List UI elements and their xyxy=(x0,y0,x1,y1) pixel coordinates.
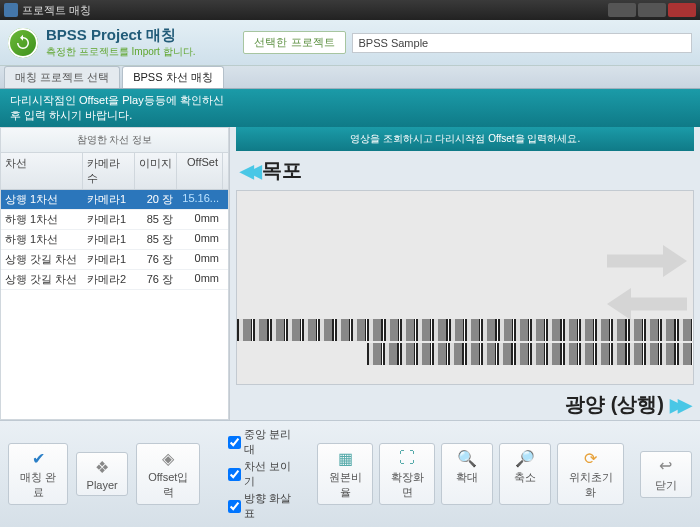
instruction-text: 다리시작점인 Offset을 Play등등에 확인하신후 입력 하시기 바랍니다… xyxy=(10,93,228,123)
exit-icon: ↩ xyxy=(656,456,676,476)
layers-icon: ❖ xyxy=(92,457,112,477)
table-row[interactable]: 하행 1차선 카메라1 85 장 0mm xyxy=(1,210,228,230)
close-footer-button[interactable]: ↩닫기 xyxy=(640,451,692,498)
col-lane[interactable]: 차선 xyxy=(1,153,83,189)
check-icon: ✔ xyxy=(28,448,48,468)
complete-button[interactable]: ✔ 매칭 완료 xyxy=(8,443,68,505)
table-row[interactable]: 하행 1차선 카메라1 85 장 0mm xyxy=(1,230,228,250)
grid-icon: ▦ xyxy=(335,448,355,468)
header: BPSS Project 매칭 측정한 프로젝트를 Import 합니다. 선택… xyxy=(0,20,700,66)
zoom-out-button[interactable]: 🔎축소 xyxy=(499,443,551,505)
refresh-logo-icon xyxy=(8,28,38,58)
chevron-left-icon: ◀◀ xyxy=(240,160,256,182)
table-row[interactable]: 상행 1차선 카메라1 20 장 15.16... xyxy=(1,190,228,210)
lane-panel-title: 참영한 차선 정보 xyxy=(0,127,229,153)
col-image[interactable]: 이미지 xyxy=(135,153,177,189)
table-row[interactable]: 상행 갓길 차선 카메라1 76 장 0mm xyxy=(1,250,228,270)
zoom-in-icon: 🔍 xyxy=(457,448,477,468)
reset-position-button[interactable]: ⟳위치초기화 xyxy=(557,443,624,505)
center-divider-checkbox[interactable]: 중앙 분리대 xyxy=(228,427,301,457)
chevron-right-icon: ▶▶ xyxy=(670,394,686,416)
page-subtitle: 측정한 프로젝트를 Import 합니다. xyxy=(46,45,195,59)
direction-right-label: 광양 (상행) xyxy=(565,391,664,418)
player-button[interactable]: ❖ Player xyxy=(76,452,128,496)
direction-arrow-right-icon xyxy=(607,241,687,281)
original-ratio-button[interactable]: ▦원본비율 xyxy=(317,443,373,505)
offset-input-button[interactable]: ◈ Offset입력 xyxy=(136,443,200,505)
col-camera[interactable]: 카메라수 xyxy=(83,153,135,189)
col-offset[interactable]: OffSet xyxy=(177,153,223,189)
maximize-button[interactable] xyxy=(638,3,666,17)
tab-bar: 매칭 프로젝트 선택 BPSS 차선 매칭 xyxy=(0,66,700,89)
tab-project-select[interactable]: 매칭 프로젝트 선택 xyxy=(4,66,120,88)
close-button[interactable] xyxy=(668,3,696,17)
expand-screen-button[interactable]: ⛶확장화면 xyxy=(379,443,435,505)
page-title: BPSS Project 매칭 xyxy=(46,26,195,45)
zoom-out-icon: 🔎 xyxy=(515,448,535,468)
tab-lane-matching[interactable]: BPSS 차선 매칭 xyxy=(122,66,223,88)
direction-arrow-left-icon xyxy=(607,284,687,324)
table-row[interactable]: 상행 갓길 차선 카메라2 76 장 0mm xyxy=(1,270,228,290)
lane-grid: 차선 카메라수 이미지 OffSet 상행 1차선 카메라1 20 장 15.1… xyxy=(0,153,229,420)
viewport-instruction: 영상을 조회하시고 다리시작점 Offset을 입력하세요. xyxy=(236,127,694,151)
show-lane-checkbox[interactable]: 차선 보이기 xyxy=(228,459,301,489)
minimize-button[interactable] xyxy=(608,3,636,17)
expand-icon: ⛶ xyxy=(397,448,417,468)
zoom-in-button[interactable]: 🔍확대 xyxy=(441,443,493,505)
video-viewport[interactable] xyxy=(236,190,694,385)
refresh-icon: ⟳ xyxy=(581,448,601,468)
select-project-button[interactable]: 선택한 프로젝트 xyxy=(243,31,345,54)
film-strip xyxy=(367,343,693,365)
app-icon xyxy=(4,3,18,17)
project-name-field[interactable]: BPSS Sample xyxy=(352,33,692,53)
direction-arrow-checkbox[interactable]: 방향 화살표 xyxy=(228,491,301,521)
window-title: 프로젝트 매칭 xyxy=(22,3,606,18)
diamond-icon: ◈ xyxy=(158,448,178,468)
direction-left-label: 목포 xyxy=(262,157,302,184)
instruction-bar: 다리시작점인 Offset을 Play등등에 확인하신후 입력 하시기 바랍니다… xyxy=(0,89,700,127)
